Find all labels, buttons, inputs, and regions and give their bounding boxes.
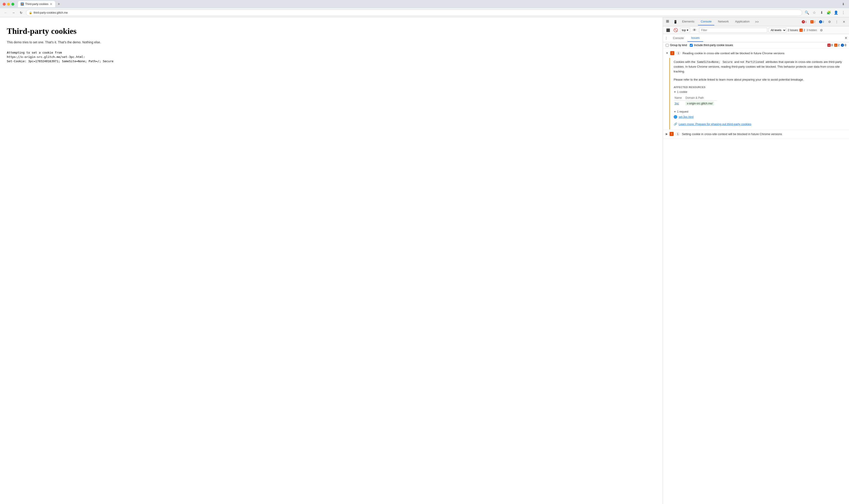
cookie-name-link[interactable]: 3pc [675, 102, 679, 105]
group-by-kind-input[interactable] [666, 44, 669, 47]
close-button[interactable] [3, 3, 6, 6]
address-text: third-party-cookies.glitch.me [34, 11, 799, 14]
issue-item-1: ▼ ! 1 Reading cookie in cross-site conte… [663, 48, 849, 130]
include-third-party-checkbox[interactable]: Include third-party cookie issues [690, 43, 733, 47]
issues-options-bar: Group by kind Include third-party cookie… [663, 42, 849, 48]
title-bar: 🍪 Third-party cookies ✕ + ⬇ [0, 0, 849, 8]
error-icon: ✕ [802, 20, 805, 23]
content-area: Third-party cookies This demo tries to s… [0, 17, 849, 504]
issues-content: ▼ ! 1 Reading cookie in cross-site conte… [663, 48, 849, 504]
devtools-settings-icon[interactable]: ⚙ [826, 19, 833, 25]
sidebar-toggle-icon[interactable]: ⬛ [665, 27, 671, 33]
mini-warning-icon: ⚠ [834, 43, 837, 47]
devtools-tab-console[interactable]: Console [698, 18, 714, 25]
request-group-label: 1 request [677, 110, 688, 113]
devtools-inspect-icon[interactable] [665, 19, 671, 25]
devtools-toolbar: 📱 Elements Console Network Application >… [663, 17, 849, 26]
clear-console-icon[interactable]: 🚫 [673, 27, 679, 33]
cookie-group-header[interactable]: ▼ 1 cookie [674, 90, 845, 93]
group-by-kind-checkbox[interactable]: Group by kind [666, 43, 687, 47]
request-globe-icon: 🌐 [674, 115, 677, 119]
issue-chevron-2[interactable]: ▶ [666, 132, 668, 136]
issues-count-label: 2 Issues: [788, 29, 799, 32]
console-filter-input[interactable] [699, 28, 767, 33]
browser-window: 🍪 Third-party cookies ✕ + ⬇ ← → ↻ 🔒 thir… [0, 0, 849, 504]
svg-rect-3 [668, 22, 669, 22]
col-name: Name [674, 95, 685, 101]
cookie-resource-group: ▼ 1 cookie Name Domain & Path [674, 90, 845, 107]
warning-icon: ⚠ [810, 20, 814, 23]
context-dropdown[interactable]: top ▾ [680, 28, 690, 33]
cookie-group-chevron: ▼ [674, 91, 676, 93]
menu-button[interactable]: ⋮ [841, 10, 846, 16]
back-button[interactable]: ← [3, 10, 8, 16]
filter-settings-icon[interactable]: ⚙ [818, 27, 825, 33]
tab-bar: 🍪 Third-party cookies ✕ + [18, 1, 838, 7]
devtools-more-options-icon[interactable]: ⋮ [834, 19, 840, 25]
learn-more-link[interactable]: Learn more: Prepare for phasing out thir… [679, 122, 751, 126]
mini-error-count: ✕ 0 [827, 43, 833, 47]
issue-count-badge-1: 1 [676, 52, 681, 55]
cookie-table: Name Domain & Path 3pc x-origin-src.glit… [674, 95, 717, 107]
error-badge[interactable]: ✕ 1 [800, 20, 808, 24]
issue-description-1b: Please refer to the article linked to le… [674, 77, 845, 82]
issues-tabs: ⋮ Console Issues ✕ [663, 34, 849, 42]
mini-error-num: 0 [831, 43, 833, 47]
profile-button[interactable]: 👤 [833, 10, 839, 16]
tab-issues[interactable]: Issues [688, 34, 703, 42]
info-count: 2 [823, 20, 824, 23]
external-link-icon: 🔗 [674, 122, 677, 126]
svg-rect-0 [666, 20, 667, 21]
issues-tab-menu[interactable]: ⋮ [663, 35, 669, 41]
bookmark-button[interactable]: ☆ [811, 10, 817, 16]
eye-icon[interactable]: 👁 [691, 27, 698, 33]
browser-tab[interactable]: 🍪 Third-party cookies ✕ [18, 1, 55, 7]
include-third-party-label: Include third-party cookie issues [694, 43, 733, 47]
mini-info-num: 0 [845, 43, 846, 47]
minimize-button[interactable] [7, 3, 10, 6]
devtools-tab-network[interactable]: Network [715, 18, 731, 25]
address-bar[interactable]: 🔒 third-party-cookies.glitch.me [26, 10, 802, 16]
issues-panel-close-button[interactable]: ✕ [843, 35, 849, 41]
devtools-tab-application[interactable]: Application [732, 18, 753, 25]
tab-favicon: 🍪 [21, 2, 24, 6]
devtools-device-icon[interactable]: 📱 [672, 19, 678, 25]
warning-badge[interactable]: ⚠ 2 [809, 20, 817, 24]
devtools-toolbar2: ⬛ 🚫 top ▾ 👁 All levels 2 Issues: ⚠ 2 3 h… [663, 26, 849, 34]
maximize-button[interactable] [11, 3, 14, 6]
issue-count-badge-2: 1 [675, 132, 680, 136]
issue-header-1[interactable]: ▼ ! 1 Reading cookie in cross-site conte… [663, 48, 849, 58]
affected-resources-label: AFFECTED RESOURCES [674, 86, 845, 89]
request-item-1: 🌐 set-3pc.html [674, 115, 845, 119]
forward-button[interactable]: → [11, 10, 16, 16]
issue-chevron-1[interactable]: ▼ [666, 52, 669, 55]
extensions-button[interactable]: 🧩 [826, 10, 832, 16]
request-link[interactable]: set-3pc.html [679, 115, 693, 119]
devtools-more-tabs[interactable]: >> [753, 19, 760, 24]
issue-header-2[interactable]: ▶ ! 1 Setting cookie in cross-site conte… [663, 130, 849, 138]
info-badge[interactable]: i 2 [818, 20, 825, 24]
cookie-info-line3: Set-Cookie: 3pc=1703240163971; SameSite=… [7, 59, 656, 63]
cookie-info-line2: https://x-origin-src.glitch.me/set-3pc.h… [7, 55, 656, 58]
hidden-count: 3 hidden [807, 29, 817, 32]
svg-rect-2 [666, 22, 667, 22]
zoom-button[interactable]: 🔍 [804, 10, 810, 16]
devtools-close-button[interactable]: ✕ [841, 19, 847, 25]
issues-count: 2 Issues: ⚠ 2 [788, 29, 805, 32]
mini-info-icon: i [841, 43, 844, 47]
new-tab-button[interactable]: + [56, 1, 61, 7]
mini-info-count: i 0 [841, 43, 846, 47]
svg-rect-1 [668, 20, 669, 21]
reload-button[interactable]: ↻ [18, 10, 24, 16]
page-title: Third-party cookies [7, 26, 656, 36]
include-third-party-input[interactable] [690, 44, 693, 47]
tab-close-button[interactable]: ✕ [50, 2, 52, 6]
level-dropdown[interactable]: All levels [768, 28, 786, 33]
download-button[interactable]: ⬇ [818, 10, 825, 16]
issue-warning-icon-2: ! [670, 132, 674, 136]
dropdown-chevron-icon: ▾ [687, 29, 688, 32]
restore-down-button[interactable]: ⬇ [841, 1, 846, 7]
devtools-tab-elements[interactable]: Elements [679, 18, 697, 25]
tab-console[interactable]: Console [669, 35, 688, 41]
request-group-header[interactable]: ▼ 1 request [674, 110, 845, 113]
